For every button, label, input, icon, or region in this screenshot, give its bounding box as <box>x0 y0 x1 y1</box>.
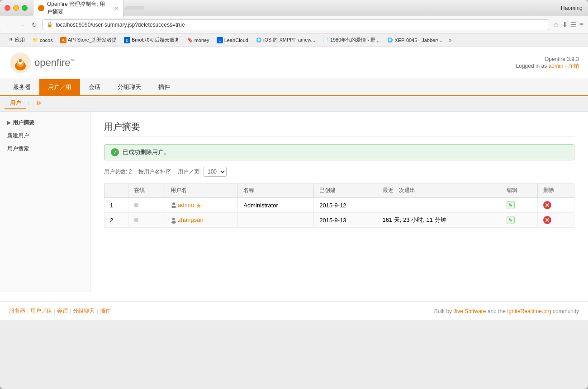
online-status-icon <box>134 203 138 207</box>
window-user: Haoming <box>561 5 583 11</box>
sidebar-toggle-icon[interactable]: ☰ <box>570 20 577 29</box>
row-name <box>238 213 314 228</box>
bookmark-leancloud-label: LeanCloud <box>224 37 248 43</box>
bookmark-xep-label: XEP-0045 - Jabber/... <box>394 37 442 43</box>
star-icon[interactable]: ☆ <box>553 20 559 29</box>
title-bar: Openfire 管理控制台: 用户摘要 ✕ Haoming <box>0 0 588 16</box>
table-row: 2zhangsan2015-9-13161 天, 23 小时, 11 分钟✎✕ <box>104 213 574 228</box>
sidebar-item-new-user[interactable]: 新建用户 <box>0 129 90 142</box>
bookmark-money-label: money <box>194 37 209 43</box>
openfire-header: openfire™ Openfire 3.9.3 Logged in as ad… <box>0 47 588 79</box>
traffic-lights <box>5 5 28 11</box>
footer-server-link[interactable]: 服务器 <box>9 307 25 315</box>
row-last-logout <box>377 198 501 213</box>
col-name: 名称 <box>238 183 314 198</box>
edit-button[interactable]: ✎ <box>507 216 515 224</box>
sidebar-arrow-icon: ▶ <box>7 120 11 125</box>
success-message: ✓ 已成功删除用户。 <box>104 144 574 160</box>
nav-users-groups[interactable]: 用户／组 <box>39 79 80 95</box>
version-text: Openfire 3.9.3 <box>516 56 579 62</box>
logout-link[interactable]: 注销 <box>568 63 579 69</box>
subnav-users[interactable]: 用户 <box>5 98 26 109</box>
delete-button[interactable]: ✕ <box>543 201 551 209</box>
row-last-logout: 161 天, 23 小时, 11 分钟 <box>377 213 501 228</box>
row-delete: ✕ <box>537 198 574 213</box>
tab-close-icon[interactable]: ✕ <box>114 5 119 11</box>
bookmark-cocos[interactable]: 📁 cocos <box>29 36 56 44</box>
bookmark-bmob[interactable]: B Bmob移动后端云服务 <box>121 36 182 44</box>
sidebar-item-search[interactable]: 用户搜索 <box>0 142 90 155</box>
maximize-button[interactable] <box>22 5 28 11</box>
openfire-logo: openfire™ <box>9 52 75 74</box>
row-edit: ✎ <box>501 198 537 213</box>
row-delete: ✕ <box>537 213 574 228</box>
bookmark-xmpp-label: iOS 的 XMPPFramew... <box>263 37 315 43</box>
bookmark-xmpp[interactable]: 🌐 iOS 的 XMPPFramew... <box>253 36 318 44</box>
url-lock-icon: 🔒 <box>47 22 53 28</box>
nav-plugins[interactable]: 插件 <box>150 79 179 95</box>
bookmark-love[interactable]: 📄 1980年代的爱情 - 野... <box>320 36 382 44</box>
nav-sessions[interactable]: 会话 <box>80 79 109 95</box>
col-username: 用户名 <box>165 183 238 198</box>
bookmark-love-label: 1980年代的爱情 - 野... <box>330 37 379 43</box>
bookmark-apps[interactable]: ⠿ 应用 <box>5 36 28 44</box>
row-edit: ✎ <box>501 213 537 228</box>
address-bar-actions: ☆ ⬇ ☰ ≡ <box>553 20 583 29</box>
folder-icon: 📁 <box>32 37 38 43</box>
love-doc-icon: 📄 <box>322 37 329 43</box>
per-page-select[interactable]: 100 25 50 <box>204 167 227 177</box>
new-tab[interactable] <box>125 6 144 10</box>
sidebar-summary-label: 用户摘要 <box>13 119 34 127</box>
edit-button[interactable]: ✎ <box>507 201 515 209</box>
footer-plugins-link[interactable]: 插件 <box>100 307 111 315</box>
nav-server[interactable]: 服务器 <box>5 79 39 95</box>
sub-nav: 用户 | 组 <box>0 96 588 112</box>
subnav-groups[interactable]: 组 <box>31 98 47 109</box>
minimize-button[interactable] <box>13 5 19 11</box>
menu-icon[interactable]: ≡ <box>579 21 583 29</box>
refresh-button[interactable]: ↻ <box>30 20 39 29</box>
col-num <box>104 183 128 198</box>
footer-sessions-link[interactable]: 会话 <box>57 307 68 315</box>
admin-star-icon: ★ <box>194 202 202 209</box>
forward-button[interactable]: → <box>17 20 26 29</box>
row-name: Administrator <box>238 198 314 213</box>
nav-group-chat[interactable]: 分组聊天 <box>109 79 150 95</box>
user-link[interactable]: zhangsan <box>178 216 203 223</box>
bookmark-xep[interactable]: 🌐 XEP-0045 - Jabber/... <box>384 36 445 44</box>
row-created: 2015-9-12 <box>314 198 377 213</box>
more-bookmarks-button[interactable]: » <box>447 36 454 44</box>
openfire-brand-name: openfire™ <box>34 57 75 69</box>
content-area: ▶ 用户摘要 新建用户 用户搜索 用户摘要 ✓ 已成功删除用户。 <box>0 112 588 292</box>
url-bar[interactable]: 🔒 localhost:9090/user-summary.jsp?delete… <box>43 19 549 30</box>
table-header-row: 在线 用户名 名称 已创建 最近一次退出 编辑 删除 <box>104 183 574 198</box>
bookmark-money[interactable]: 🔖 money <box>184 36 212 44</box>
back-button[interactable]: ← <box>5 20 14 29</box>
row-username: zhangsan <box>165 213 238 228</box>
admin-link[interactable]: admin <box>549 63 564 69</box>
row-online <box>128 213 165 228</box>
footer-ignite-link[interactable]: IgniteRealtime.org <box>507 308 551 314</box>
summary-text: 用户总数: 2 -- 按用户名排序 -- 用户／页: <box>104 168 201 176</box>
user-table: 在线 用户名 名称 已创建 最近一次退出 编辑 删除 1admin ★Admin… <box>104 183 574 228</box>
sidebar: ▶ 用户摘要 新建用户 用户搜索 <box>0 112 90 292</box>
bookmark-api-store[interactable]: A API Store_为开发者提 <box>57 36 119 44</box>
user-link[interactable]: admin <box>178 202 194 208</box>
active-tab[interactable]: Openfire 管理控制台: 用户摘要 ✕ <box>33 0 123 18</box>
svg-point-4 <box>19 59 22 62</box>
page-title: 用户摘要 <box>104 121 574 137</box>
footer-jive-link[interactable]: Jive Software <box>454 308 486 314</box>
tabs-bar: Openfire 管理控制台: 用户摘要 ✕ <box>33 0 583 18</box>
delete-button[interactable]: ✕ <box>543 216 551 224</box>
close-button[interactable] <box>5 5 10 11</box>
footer-built-by: Built by <box>434 308 452 314</box>
footer-users-link[interactable]: 用户／组 <box>30 307 52 315</box>
user-person-icon <box>171 202 177 208</box>
browser-content: openfire™ Openfire 3.9.3 Logged in as ad… <box>0 47 588 320</box>
download-icon[interactable]: ⬇ <box>562 20 568 29</box>
footer-groupchat-link[interactable]: 分组聊天 <box>73 307 95 315</box>
bookmark-cocos-label: cocos <box>40 37 53 43</box>
bookmark-leancloud[interactable]: L LeanCloud <box>214 36 251 44</box>
sidebar-item-summary[interactable]: ▶ 用户摘要 <box>0 116 90 129</box>
url-text: localhost:9090/user-summary.jsp?deletesu… <box>56 22 185 28</box>
